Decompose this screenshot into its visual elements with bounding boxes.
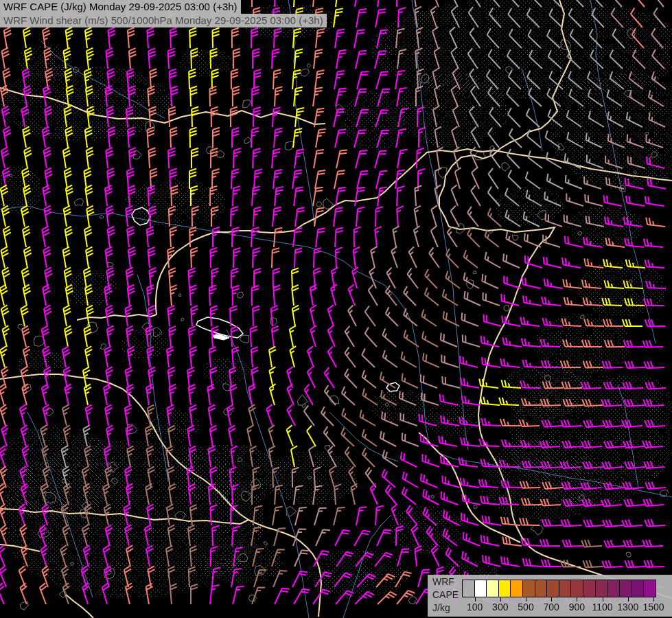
legend-tick-label: 900 [569,602,585,613]
title-bar-cape: WRF CAPE (J/kg) Monday 29-09-2025 03:00 … [0,0,241,14]
legend-cell [570,580,583,597]
title-cape-text: WRF CAPE (J/kg) Monday 29-09-2025 03:00 … [3,1,237,12]
legend-cell [546,580,559,597]
legend-cell [631,580,644,597]
legend-cell [474,580,487,597]
legend-tick-label: 700 [544,602,559,613]
legend-title-line1: WRF [432,575,459,588]
title-bar-shear: WRF Wind shear (m/s) 500/1000hPa Monday … [0,14,327,27]
legend-cell [522,580,535,597]
legend-cell [498,580,511,597]
legend-cell [595,580,608,597]
legend-cell [559,580,572,597]
legend-title: WRF CAPE J/kg [432,575,459,615]
legend-tick-label: 100 [467,602,483,613]
legend-cell [619,580,632,597]
legend-cell [583,580,596,597]
legend-title-line3: J/kg [432,602,459,615]
title-shear-text: WRF Wind shear (m/s) 500/1000hPa Monday … [3,14,323,26]
legend-cell [607,580,620,597]
legend-tick-label: 1500 [642,602,664,613]
weather-map: WRF CAPE (J/kg) Monday 29-09-2025 03:00 … [0,0,672,618]
legend-tick-label: 1300 [617,602,638,613]
legend-cell [462,580,475,597]
cape-legend: WRF CAPE J/kg 10030050070090011001300150… [428,575,672,617]
legend-cell [510,580,523,597]
legend-tick-label: 1100 [592,602,613,613]
map-canvas [0,0,672,618]
legend-cell [535,580,548,597]
legend-tick-label: 300 [492,602,508,613]
legend-title-line2: CAPE [432,588,459,602]
legend-tick-label: 500 [518,602,533,613]
legend-colorbar [462,580,656,597]
legend-cell [486,580,499,597]
legend-cell [643,580,656,597]
